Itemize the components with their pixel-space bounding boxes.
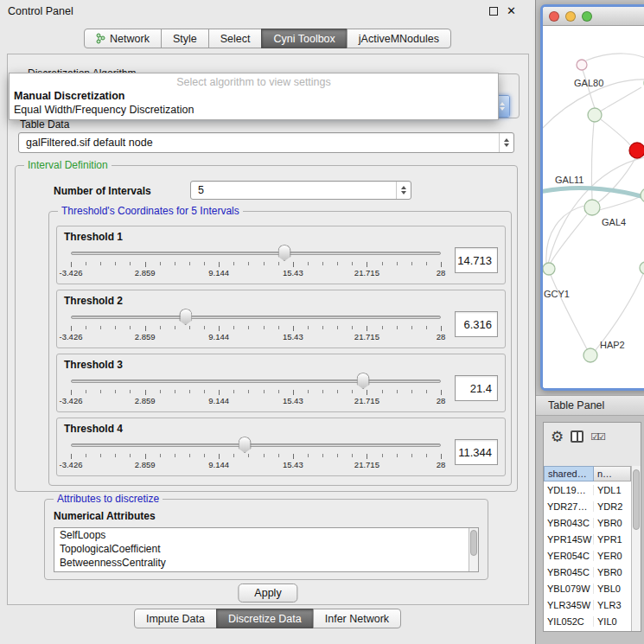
- close-traffic-light-icon[interactable]: [549, 11, 559, 22]
- network-view-window[interactable]: GAL80GAL11GAL4GCY1HAP2: [540, 4, 644, 391]
- scrollbar-thumb[interactable]: [470, 530, 477, 556]
- tick-mark: [308, 262, 309, 265]
- threshold-2-slider[interactable]: -3.4262.8599.14415.4321.71528: [71, 309, 441, 341]
- table-row[interactable]: YBL079WYBL0: [544, 580, 631, 596]
- tab-impute-data[interactable]: Impute Data: [134, 609, 217, 628]
- table-panel-titlebar: Table Panel: [536, 395, 644, 416]
- tick-label: 2.859: [135, 268, 156, 277]
- top-tab-bar: NetworkStyleSelectCyni ToolboxjActiveMNo…: [0, 29, 535, 48]
- network-edge[interactable]: [599, 196, 641, 210]
- network-node[interactable]: [641, 188, 644, 202]
- close-icon[interactable]: ✕: [507, 6, 516, 16]
- tick-label: 15.43: [283, 268, 303, 277]
- tab-network[interactable]: Network: [84, 29, 162, 48]
- attributes-scrollbar[interactable]: [469, 528, 478, 571]
- network-node[interactable]: [588, 108, 602, 122]
- threshold-1-slider[interactable]: -3.4262.8599.14415.4321.71528: [71, 245, 441, 277]
- apply-button[interactable]: Apply: [238, 583, 297, 603]
- network-node[interactable]: [583, 348, 597, 362]
- tick-mark: [397, 326, 398, 329]
- network-edge[interactable]: [596, 274, 643, 350]
- tab-discretize-data[interactable]: Discretize Data: [216, 609, 314, 628]
- minimize-traffic-light-icon[interactable]: [565, 11, 576, 22]
- tab-cyni-toolbox[interactable]: Cyni Toolbox: [261, 29, 347, 48]
- network-edge-highlight[interactable]: [543, 188, 644, 201]
- table-data-combobox[interactable]: galFiltered.sif default node: [18, 132, 514, 153]
- network-edge[interactable]: [586, 54, 644, 62]
- threshold-group-2: Threshold 2-3.4262.8599.14415.4321.71528…: [56, 290, 506, 348]
- network-edge[interactable]: [551, 275, 587, 349]
- tab-select[interactable]: Select: [208, 29, 263, 48]
- table-row[interactable]: YBR043CYBR0: [544, 514, 631, 531]
- network-node[interactable]: [543, 263, 555, 275]
- threshold-3-slider[interactable]: -3.4262.8599.14415.4321.71528: [71, 373, 441, 405]
- scrollbar-thumb[interactable]: [633, 469, 640, 530]
- combo-stepper-icon[interactable]: [396, 182, 411, 199]
- network-icon: [96, 33, 105, 44]
- slider-thumb[interactable]: [357, 373, 370, 389]
- tab-jactivemnodules[interactable]: jActiveMNodules: [347, 29, 451, 48]
- threshold-1-value[interactable]: 14.713: [455, 247, 498, 273]
- network-canvas[interactable]: GAL80GAL11GAL4GCY1HAP2: [543, 26, 644, 388]
- tab-style[interactable]: Style: [161, 29, 209, 48]
- dropdown-option-equal-width-frequency[interactable]: Equal Width/Frequency Discretization: [10, 103, 498, 117]
- table-cell: YBL079W: [544, 583, 594, 594]
- tick-mark: [308, 326, 309, 329]
- table-row[interactable]: YPR145WYPR1: [544, 531, 631, 547]
- network-edge[interactable]: [601, 119, 630, 145]
- dropdown-option-manual-discretization[interactable]: Manual Discretization: [10, 89, 498, 103]
- table-scrollbar[interactable]: [631, 466, 641, 631]
- network-graph[interactable]: GAL80GAL11GAL4GCY1HAP2: [543, 26, 644, 388]
- network-window-titlebar: [543, 7, 644, 26]
- network-edge[interactable]: [583, 70, 595, 108]
- slider-thumb[interactable]: [278, 245, 291, 261]
- zoom-traffic-light-icon[interactable]: [582, 11, 592, 22]
- table-row[interactable]: YLR345WYLR3: [544, 596, 631, 613]
- table-row[interactable]: YDR27…YDR2: [544, 498, 631, 514]
- slider-thumb[interactable]: [179, 309, 192, 325]
- tick-mark: [160, 454, 161, 457]
- tick-mark: [382, 390, 383, 393]
- tick-mark: [175, 262, 175, 265]
- bottom-tab-bar: Impute DataDiscretize DataInfer Network: [0, 609, 535, 628]
- attribute-item[interactable]: SelfLoops: [54, 528, 478, 542]
- slider-thumb[interactable]: [239, 437, 252, 453]
- tick-mark: [204, 326, 205, 329]
- network-node[interactable]: [577, 60, 587, 70]
- table-panel-title: Table Panel: [548, 399, 604, 411]
- number-of-intervals-combobox[interactable]: 5: [190, 181, 411, 200]
- network-edge[interactable]: [546, 206, 584, 263]
- columns-icon[interactable]: [571, 430, 583, 443]
- column-header-2[interactable]: n…: [594, 466, 631, 481]
- tab-infer-network[interactable]: Infer Network: [313, 609, 401, 628]
- gear-icon[interactable]: ⚙: [551, 430, 564, 444]
- table-row[interactable]: YIL052CYIL0: [544, 613, 631, 629]
- network-node[interactable]: [640, 262, 644, 274]
- column-header-1[interactable]: shared…: [544, 466, 594, 481]
- threshold-4-slider[interactable]: -3.4262.8599.14415.4321.71528: [71, 437, 441, 469]
- table-row[interactable]: YER054CYER0: [544, 547, 631, 564]
- attribute-item[interactable]: BetweennessCentrality: [54, 556, 478, 570]
- tick-mark: [293, 326, 294, 331]
- select-columns-icon[interactable]: ☑☑: [590, 431, 604, 443]
- cyni-toolbox-panel: Discretization Algorithm Table Data galF…: [7, 54, 529, 605]
- float-window-icon[interactable]: [489, 7, 498, 16]
- threshold-3-value[interactable]: 21.4: [455, 375, 498, 401]
- network-node[interactable]: [584, 200, 600, 215]
- threshold-2-value[interactable]: 6.316: [455, 311, 498, 337]
- tab-label: Cyni Toolbox: [273, 33, 335, 45]
- tick-mark: [100, 390, 101, 393]
- network-edge[interactable]: [600, 87, 641, 112]
- combo-stepper-icon[interactable]: [499, 133, 513, 152]
- threshold-4-value[interactable]: 11.344: [455, 439, 498, 465]
- threshold-group-4: Threshold 4-3.4262.8599.14415.4321.71528…: [56, 418, 506, 476]
- table-header-row: shared…n…: [544, 466, 631, 481]
- table-row[interactable]: YDL19…YDL1: [544, 481, 631, 498]
- table-row[interactable]: YBR045CYBR0: [544, 564, 631, 580]
- network-node-selected[interactable]: [629, 143, 644, 158]
- tick-mark: [86, 454, 86, 457]
- tick-mark: [426, 454, 427, 457]
- attribute-item[interactable]: TopologicalCoefficient: [54, 542, 478, 556]
- attributes-listbox[interactable]: SelfLoopsTopologicalCoefficientBetweenne…: [54, 527, 479, 572]
- tab-label: Infer Network: [325, 613, 389, 625]
